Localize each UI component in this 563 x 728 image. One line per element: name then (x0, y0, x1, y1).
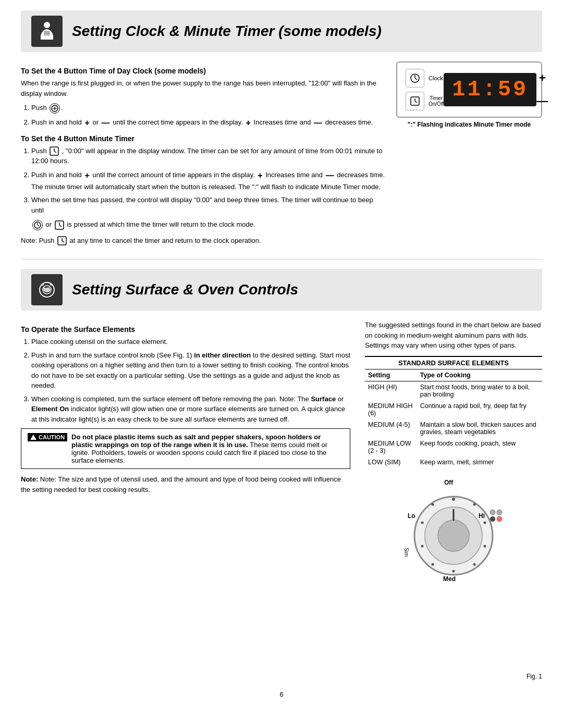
section1-icon (31, 16, 63, 47)
knob-svg-wrap: Off Lo Hi Sim Med (401, 478, 506, 688)
clock-intro: When the range is first plugged in, or w… (21, 78, 386, 98)
timer-subsection-heading: To Set the 4 Button Minute Timer (21, 134, 386, 143)
timer-steps-list: Push , "0:00" will appear in the display… (21, 146, 386, 216)
timer-btn-row: Timer On/Off (406, 92, 444, 110)
clock-left-content: To Set the 4 Button Time of Day Clock (s… (21, 61, 386, 250)
surface-heading: To Operate the Surface Elements (21, 325, 350, 334)
section1: Setting Clock & Minute Timer (some model… (21, 10, 542, 250)
clock-steps-list: Push . Push in and hold + or — until the… (21, 103, 386, 129)
clock-subsection1-heading: To Set the 4 Button Time of Day Clock (s… (21, 67, 386, 75)
clock-time-display: 11:59 (444, 73, 536, 106)
svg-point-0 (44, 22, 50, 28)
svg-point-45 (490, 516, 495, 522)
surface-steps-list: Place cooking utensil on the surface ele… (21, 337, 350, 424)
timer-icon-step1 (50, 146, 59, 156)
clock-btn-label: Clock (429, 75, 443, 81)
section2-title: Setting Surface & Oven Controls (72, 281, 298, 298)
surface-right-intro: The suggested settings found in the char… (365, 320, 542, 351)
clock-plus-symbol: + (539, 71, 546, 85)
table-row: LOW (SIM)Keep warm, melt, simmer (365, 456, 542, 468)
col-cooking: Type of Cooking (417, 369, 542, 381)
svg-point-33 (452, 498, 455, 501)
timer-button-icon (406, 92, 424, 110)
surface-right-content: The suggested settings found in the char… (365, 320, 542, 680)
svg-point-46 (497, 516, 502, 522)
col-setting: Setting (365, 369, 417, 381)
clock-push-icon (50, 103, 60, 114)
table-body: HIGH (HI)Start most foods, bring water t… (365, 381, 542, 468)
table-cell-setting: HIGH (HI) (365, 381, 417, 400)
plus-symbol-step2: + (84, 118, 89, 127)
svg-point-36 (421, 545, 424, 547)
svg-line-12 (38, 225, 39, 226)
clock-display-box: Clock Timer On/Off 11:59 + (396, 61, 542, 118)
svg-line-24 (415, 101, 417, 103)
caution-label: CAUTION (28, 433, 67, 441)
table-cell-setting: MEDIUM HIGH (6) (365, 400, 417, 419)
clock-icon-step3 (32, 220, 43, 230)
caution-text-label: CAUTION (39, 434, 65, 440)
surface-left-content: To Operate the Surface Elements Place co… (21, 320, 350, 680)
svg-point-39 (473, 563, 476, 565)
clock-right-content: Clock Timer On/Off 11:59 + (396, 61, 542, 250)
svg-point-28 (50, 283, 52, 286)
surface-step3-bold1: Surface (311, 395, 336, 403)
table-cell-setting: MEDIUM LOW (2 - 3) (365, 438, 417, 456)
caution-triangle-icon (30, 435, 36, 440)
timer-icon-step3 (55, 220, 64, 230)
clock-plus-minus: + — (536, 71, 548, 108)
surface-note-content: Note: The size and type of utensil used,… (21, 475, 341, 493)
clock-button-icon (406, 69, 424, 88)
surface-note-bold: Note: (21, 475, 38, 483)
svg-point-42 (473, 503, 476, 505)
clock-display-row: Clock Timer On/Off 11:59 + (406, 69, 533, 110)
section2: Setting Surface & Oven Controls To Opera… (21, 269, 542, 680)
svg-point-35 (421, 521, 424, 524)
clock-minus-symbol: — (536, 94, 548, 108)
timer-btn-label: Timer On/Off (429, 95, 444, 107)
timer-step1: Push , "0:00" will appear in the display… (31, 146, 386, 166)
table-header-row: Setting Type of Cooking (365, 369, 542, 381)
clock-buttons-col: Clock Timer On/Off (406, 69, 444, 110)
svg-rect-1 (44, 31, 50, 35)
table-caption: STANDARD SURFACE ELEMENTS (365, 356, 542, 369)
table-cell-cooking: Keep warm, melt, simmer (417, 456, 542, 468)
table-cell-cooking: Keep foods cooking, poach, stew (417, 438, 542, 456)
clock-btn-clock: Clock (406, 69, 444, 88)
table-row: HIGH (HI)Start most foods, bring water t… (365, 381, 542, 400)
clock-step2: Push in and hold + or — until the correc… (31, 117, 386, 129)
section-divider (21, 259, 542, 260)
table-cell-setting: MEDIUM (4-5) (365, 419, 417, 438)
svg-point-27 (42, 283, 44, 286)
section2-header: Setting Surface & Oven Controls (21, 269, 542, 311)
svg-point-44 (497, 510, 502, 515)
table-cell-cooking: Continue a rapid boil, fry, deep fat fry (417, 400, 542, 419)
surface-step3: When cooking is completed, turn the surf… (31, 394, 350, 425)
plus-symbol-display: + (246, 118, 251, 127)
svg-point-37 (432, 563, 434, 565)
section1-title: Setting Clock & Minute Timer (some model… (72, 23, 382, 40)
caution-body-text: Do not place plastic items such as salt … (71, 433, 344, 464)
table-row: MEDIUM LOW (2 - 3)Keep foods cooking, po… (365, 438, 542, 456)
section1-header: Setting Clock & Minute Timer (some model… (21, 10, 542, 52)
clock-section-body: To Set the 4 Button Time of Day Clock (s… (21, 61, 542, 250)
svg-point-41 (484, 521, 486, 524)
knob-area: Off Lo Hi Sim Med (365, 478, 542, 688)
svg-line-21 (415, 78, 417, 80)
minus-symbol-step2: — (102, 118, 110, 127)
surface-table: STANDARD SURFACE ELEMENTS Setting Type o… (365, 356, 542, 468)
clock-caption: ":" Flashing indicates Minute Timer mode (396, 121, 542, 128)
table-cell-cooking: Start most foods, bring water to a boil,… (417, 381, 542, 400)
surface-step1: Place cooking utensil on the surface ele… (31, 337, 350, 347)
surface-step2-bold: in either direction (194, 351, 251, 359)
timer-step3: When the set time has passed, the contro… (31, 195, 386, 215)
svg-point-31 (438, 520, 469, 551)
svg-line-18 (62, 241, 64, 242)
table-cell-cooking: Maintain a slow boil, thicken sauces and… (417, 419, 542, 438)
svg-point-34 (432, 503, 434, 505)
table-row: MEDIUM HIGH (6)Continue a rapid boil, fr… (365, 400, 542, 419)
svg-point-40 (484, 545, 486, 547)
svg-point-43 (490, 510, 495, 515)
surface-step3-bold2: Element On (31, 405, 69, 413)
timer-icon-note (57, 236, 67, 245)
